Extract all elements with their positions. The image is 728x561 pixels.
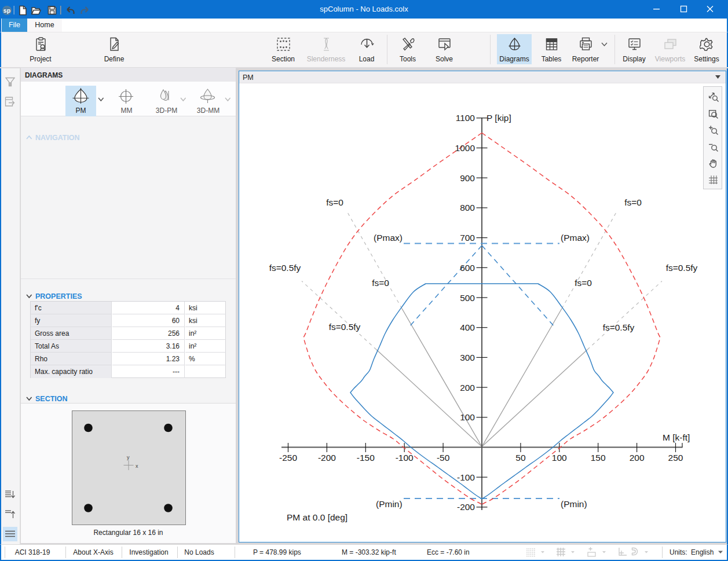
svg-text:x: x <box>136 463 138 469</box>
svg-text:fs=0: fs=0 <box>372 278 389 288</box>
svg-text:100: 100 <box>460 412 475 422</box>
svg-text:-250: -250 <box>279 453 297 463</box>
svg-text:(Pmin): (Pmin) <box>561 499 587 509</box>
svg-text:-100: -100 <box>457 472 475 482</box>
svg-text:P [kip]: P [kip] <box>486 113 511 123</box>
svg-text:600: 600 <box>460 263 475 273</box>
svg-text:fs=0.5fy: fs=0.5fy <box>329 322 361 332</box>
svg-text:M [k-ft]: M [k-ft] <box>663 432 690 442</box>
svg-text:800: 800 <box>460 203 475 212</box>
svg-text:700: 700 <box>460 233 475 243</box>
svg-text:fs=0: fs=0 <box>326 197 343 207</box>
svg-text:fs=0.5fy: fs=0.5fy <box>666 263 698 273</box>
svg-text:500: 500 <box>460 293 475 303</box>
svg-text:-100: -100 <box>396 453 414 463</box>
svg-text:fs=0.5fy: fs=0.5fy <box>269 263 301 273</box>
svg-text:-200: -200 <box>457 502 475 512</box>
svg-text:200: 200 <box>460 383 475 393</box>
svg-text:200: 200 <box>630 453 645 463</box>
svg-text:150: 150 <box>591 453 606 463</box>
svg-text:100: 100 <box>552 453 567 463</box>
svg-text:(Pmax): (Pmax) <box>561 233 590 243</box>
svg-text:fs=0.5fy: fs=0.5fy <box>603 322 635 332</box>
svg-text:fs=0: fs=0 <box>575 278 592 288</box>
svg-text:(Pmin): (Pmin) <box>376 499 403 509</box>
svg-text:fs=0: fs=0 <box>624 197 642 207</box>
svg-text:y: y <box>127 454 130 460</box>
svg-text:1100: 1100 <box>456 113 475 123</box>
svg-text:250: 250 <box>668 453 683 463</box>
svg-text:1000: 1000 <box>455 143 475 153</box>
svg-text:-200: -200 <box>318 453 336 463</box>
svg-text:(Pmax): (Pmax) <box>374 233 403 243</box>
svg-text:300: 300 <box>460 353 475 362</box>
svg-text:PM at 0.0 [deg]: PM at 0.0 [deg] <box>287 512 347 522</box>
svg-text:50: 50 <box>515 453 526 463</box>
svg-text:-50: -50 <box>437 453 450 463</box>
svg-text:900: 900 <box>460 173 475 183</box>
svg-text:400: 400 <box>460 322 475 332</box>
svg-text:-150: -150 <box>357 453 375 463</box>
